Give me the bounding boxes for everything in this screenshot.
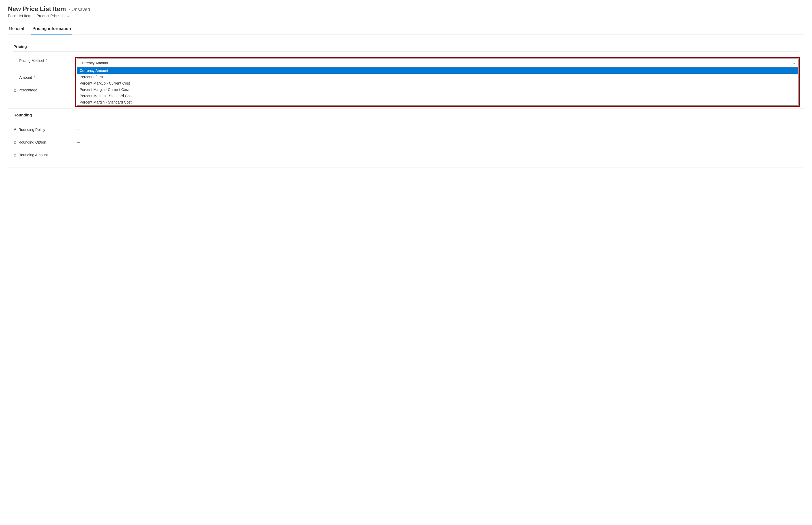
pricing-method-option[interactable]: Percent Markup - Current Cost: [77, 80, 798, 86]
rounding-option-label: Rounding Option: [18, 140, 46, 144]
rounding-policy-row: Rounding Policy ---: [13, 123, 799, 136]
svg-rect-3: [14, 155, 16, 156]
pricing-method-row: Pricing Method * Currency Amount Currenc…: [13, 55, 799, 71]
pricing-section: Pricing Pricing Method * Currency Amount: [8, 40, 804, 103]
breadcrumb: Price List Item · Product Price List: [8, 14, 804, 18]
breadcrumb-entity: Price List Item: [8, 14, 31, 18]
rounding-option-value: ---: [77, 140, 799, 144]
percentage-label-wrap: Percentage: [13, 88, 77, 92]
pricing-method-caret-wrap: [790, 61, 796, 64]
pricing-method-option[interactable]: Percent Margin - Standard Cost: [77, 99, 798, 105]
tab-general[interactable]: General: [8, 24, 25, 34]
pricing-method-dropdown: Currency AmountPercent of ListPercent Ma…: [77, 68, 799, 106]
rounding-option-label-wrap: Rounding Option: [13, 140, 77, 144]
rounding-amount-label-wrap: Rounding Amount: [13, 153, 77, 157]
rounding-policy-label: Rounding Policy: [18, 127, 45, 132]
amount-label: Amount: [19, 75, 32, 79]
svg-rect-0: [14, 90, 16, 91]
required-indicator: *: [46, 59, 47, 62]
lock-icon: [13, 141, 17, 144]
rounding-section: Rounding Rounding Policy --- Rounding Op…: [8, 108, 804, 168]
rounding-section-title: Rounding: [13, 113, 799, 120]
pricing-method-option[interactable]: Percent of List: [77, 74, 798, 80]
form-selector[interactable]: Product Price List: [37, 14, 69, 18]
rounding-policy-value: ---: [77, 127, 799, 132]
amount-label-wrap: Amount *: [13, 75, 77, 79]
chevron-down-icon: [793, 61, 796, 64]
pricing-method-field: Currency Amount Currency AmountPercent o…: [77, 59, 799, 68]
page-header: New Price List Item - Unsaved Price List…: [8, 5, 804, 18]
lock-icon: [13, 153, 17, 157]
pricing-section-title: Pricing: [13, 44, 799, 51]
pricing-method-select[interactable]: Currency Amount: [77, 59, 799, 68]
lock-icon: [13, 128, 17, 132]
pricing-method-value: Currency Amount: [79, 61, 108, 65]
required-indicator: *: [34, 76, 35, 79]
unsaved-badge: - Unsaved: [69, 7, 90, 12]
rounding-option-row: Rounding Option ---: [13, 136, 799, 149]
pricing-method-label: Pricing Method: [19, 59, 44, 63]
svg-rect-2: [14, 142, 16, 144]
chevron-down-icon: [67, 14, 69, 17]
pricing-method-label-wrap: Pricing Method *: [13, 59, 77, 63]
rounding-amount-value: ---: [77, 153, 799, 157]
breadcrumb-separator: ·: [33, 14, 34, 18]
rounding-amount-row: Rounding Amount ---: [13, 149, 799, 161]
tab-bar: General Pricing information: [8, 24, 804, 34]
percentage-label: Percentage: [18, 88, 38, 92]
breadcrumb-current-label: Product Price List: [37, 14, 66, 18]
rounding-policy-label-wrap: Rounding Policy: [13, 127, 77, 132]
page-title: New Price List Item: [8, 5, 66, 13]
pricing-method-option[interactable]: Percent Markup - Standard Cost: [77, 93, 798, 99]
rounding-amount-label: Rounding Amount: [18, 153, 48, 157]
tab-pricing-information[interactable]: Pricing information: [31, 24, 72, 34]
lock-icon: [13, 89, 17, 92]
svg-rect-1: [14, 129, 16, 131]
pricing-method-option[interactable]: Percent Margin - Current Cost: [77, 86, 798, 93]
pricing-method-option[interactable]: Currency Amount: [77, 68, 798, 74]
